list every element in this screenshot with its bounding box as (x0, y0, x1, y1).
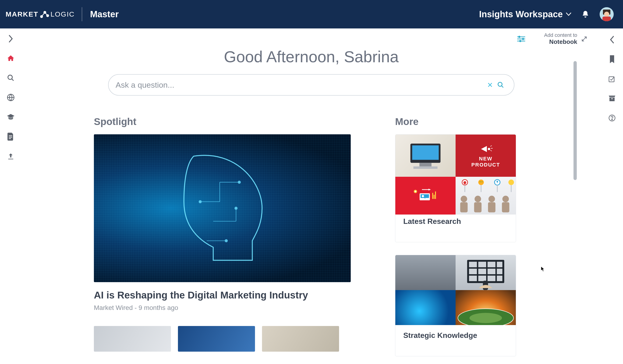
svg-rect-63 (611, 98, 613, 99)
more-heading: More (395, 116, 516, 127)
svg-rect-38 (460, 202, 468, 212)
sidebar-item-checklist[interactable] (608, 75, 616, 83)
svg-point-37 (461, 196, 467, 202)
tile-image (395, 255, 456, 290)
svg-rect-9 (9, 136, 12, 136)
scrollbar-thumb[interactable] (574, 61, 577, 180)
svg-rect-44 (502, 202, 509, 212)
svg-point-33 (480, 181, 481, 182)
sidebar-expand-button[interactable] (6, 35, 15, 43)
spotlight-thumb-1[interactable] (94, 326, 171, 352)
svg-rect-42 (488, 202, 495, 212)
add-content-label-big: Notebook (544, 38, 577, 45)
brand-secondary: LOGIC (50, 10, 74, 18)
spotlight-when: 9 months ago (138, 304, 178, 311)
svg-rect-50 (469, 269, 477, 274)
brand-logo[interactable]: MARKET LOGIC (6, 10, 75, 19)
svg-point-36 (508, 180, 514, 185)
main-content: Add content to Notebook Good Afternoon, … (22, 28, 601, 364)
sidebar-collapse-button[interactable] (608, 36, 616, 44)
tile-image (395, 177, 456, 215)
svg-point-65 (612, 119, 612, 120)
svg-point-61 (469, 313, 502, 323)
svg-point-7 (8, 75, 12, 80)
svg-rect-57 (497, 276, 503, 281)
workspace-switcher-label: Insights Workspace (479, 9, 563, 19)
svg-rect-11 (9, 138, 11, 139)
user-avatar[interactable] (600, 7, 614, 21)
search-bar: ✕ (108, 74, 514, 96)
spotlight-card[interactable]: AI is Reshaping the Digital Marketing In… (94, 134, 351, 312)
settings-sliders-icon[interactable] (517, 36, 525, 42)
sidebar-right (601, 28, 623, 364)
sidebar-item-upload[interactable] (6, 152, 15, 161)
svg-point-15 (498, 82, 502, 86)
svg-rect-47 (478, 262, 486, 267)
search-submit-icon[interactable] (497, 81, 504, 88)
add-to-notebook-button[interactable]: Add content to Notebook (544, 32, 577, 45)
svg-rect-21 (412, 145, 439, 160)
sidebar-item-home[interactable] (6, 54, 15, 62)
spotlight-thumb-row (94, 326, 351, 352)
svg-point-39 (474, 196, 481, 202)
tile-image (395, 290, 456, 325)
svg-rect-48 (488, 262, 495, 267)
tile-image: NEW PRODUCT (456, 135, 516, 177)
more-card-title: Strategic Knowledge (395, 325, 516, 356)
svg-rect-52 (488, 269, 495, 274)
spotlight-image (94, 134, 351, 282)
sidebar-item-help[interactable] (608, 114, 616, 122)
tile-image (395, 135, 456, 177)
svg-point-26 (415, 191, 416, 192)
workspace-switcher[interactable]: Insights Workspace (479, 9, 571, 19)
logo-nodes-icon (40, 10, 49, 19)
svg-point-16 (199, 201, 201, 203)
spotlight-meta: Market Wired - 9 months ago (94, 304, 351, 312)
svg-point-18 (235, 207, 237, 209)
svg-point-19 (225, 240, 227, 242)
svg-rect-6 (602, 17, 611, 21)
more-card-title: Latest Research (395, 211, 516, 242)
sidebar-item-search[interactable] (6, 74, 15, 82)
tile-image (456, 177, 516, 215)
sidebar-item-document[interactable] (6, 132, 15, 141)
svg-rect-10 (9, 137, 12, 138)
svg-point-14 (520, 40, 521, 42)
sidebar-left (0, 28, 22, 364)
sidebar-item-globe[interactable] (6, 93, 15, 102)
svg-point-24 (488, 148, 490, 150)
sidebar-item-bookmark[interactable] (608, 55, 616, 63)
brand-primary: MARKET (6, 10, 38, 18)
spotlight-title: AI is Reshaping the Digital Marketing In… (94, 290, 351, 301)
svg-rect-55 (478, 276, 486, 281)
greeting-heading: Good Afternoon, Sabrina (22, 48, 601, 66)
svg-point-17 (238, 181, 241, 183)
search-clear-icon[interactable]: ✕ (487, 81, 493, 89)
app-header: MARKET LOGIC Master Insights Workspace (0, 0, 623, 28)
more-card-latest-research[interactable]: NEW PRODUCT (395, 134, 516, 242)
svg-rect-22 (419, 163, 431, 166)
spotlight-thumb-2[interactable] (178, 326, 255, 352)
add-content-label-small: Add content to (544, 32, 577, 38)
sidebar-item-archive[interactable] (608, 94, 616, 102)
svg-point-34 (482, 181, 482, 182)
svg-point-41 (489, 196, 495, 202)
sidebar-item-learn[interactable] (6, 113, 15, 121)
svg-rect-23 (413, 166, 437, 169)
svg-point-43 (502, 196, 509, 202)
svg-rect-40 (474, 202, 482, 212)
svg-point-12 (519, 36, 520, 38)
more-card-strategic-knowledge[interactable]: Strategic Knowledge (395, 255, 516, 356)
svg-rect-49 (497, 262, 503, 267)
svg-rect-51 (478, 269, 486, 274)
tile-image (456, 290, 516, 325)
svg-rect-53 (497, 269, 503, 274)
expand-icon[interactable] (581, 36, 587, 42)
search-input[interactable] (116, 81, 483, 90)
caret-down-icon (566, 13, 571, 16)
notifications-bell-icon[interactable] (581, 10, 589, 18)
svg-marker-30 (428, 189, 431, 190)
header-divider (82, 7, 82, 21)
spotlight-heading: Spotlight (94, 116, 351, 127)
spotlight-thumb-3[interactable] (262, 326, 339, 352)
